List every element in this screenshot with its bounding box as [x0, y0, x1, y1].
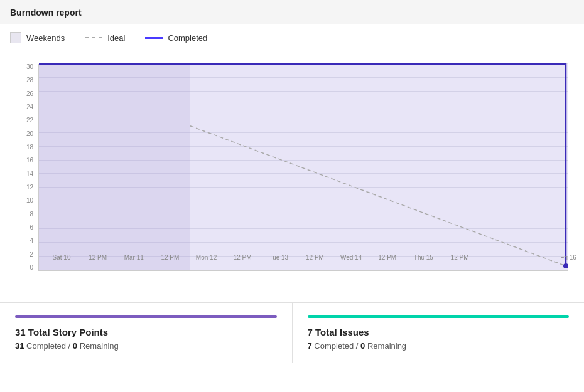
weekends-label: Weekends	[26, 33, 65, 43]
legend-weekends: Weekends	[10, 32, 65, 43]
issues-completed-value: 7	[308, 341, 312, 351]
chart-container: 0 2 4 6 8 10 12 14 16 18 20 22 24 26 28 …	[16, 64, 568, 290]
y-label-4: 4	[16, 238, 36, 244]
issues-detail: 7 Completed / 0 Remaining	[308, 341, 570, 351]
chart-legend: Weekends Ideal Completed	[0, 24, 584, 51]
ideal-label: Ideal	[107, 33, 125, 43]
y-label-24: 24	[16, 104, 36, 110]
issues-card: 7 Total Issues 7 Completed / 0 Remaining	[293, 303, 585, 363]
story-points-total-value: 31	[15, 327, 26, 337]
weekends-icon	[10, 32, 21, 43]
x-label-tue13: Tue 13	[269, 254, 288, 261]
y-label-10: 10	[16, 198, 36, 204]
story-points-title: 31 Total Story Points	[15, 327, 277, 337]
chart-area: 0 2 4 6 8 10 12 14 16 18 20 22 24 26 28 …	[0, 51, 584, 296]
legend-ideal: Ideal	[85, 33, 125, 43]
y-label-30: 30	[16, 64, 36, 70]
issues-total-value: 7	[308, 327, 313, 337]
report-title: Burndown report	[10, 8, 82, 18]
x-label-sat10: Sat 10	[53, 254, 71, 261]
x-label-mar11: Mar 11	[124, 254, 144, 261]
issues-remaining-value: 0	[360, 341, 365, 351]
legend-completed: Completed	[145, 33, 207, 43]
x-label-mon12: Mon 12	[196, 254, 217, 261]
story-points-remaining-value: 0	[73, 341, 77, 351]
y-label-12: 12	[16, 184, 36, 191]
issues-title: 7 Total Issues	[308, 327, 570, 337]
issues-remaining-label: Remaining	[367, 341, 406, 351]
ideal-line-icon	[85, 37, 102, 38]
summary-section: 31 Total Story Points 31 Completed / 0 R…	[0, 302, 584, 363]
y-label-18: 18	[16, 144, 36, 151]
chart-svg	[39, 64, 568, 270]
chart-plot-area: Sat 10 12 PM Mar 11 12 PM Mon 12 12 PM T…	[38, 64, 568, 271]
completed-label: Completed	[168, 33, 207, 43]
issues-total-label: Total Issues	[315, 327, 369, 337]
y-label-0: 0	[16, 265, 36, 271]
y-label-6: 6	[16, 225, 36, 231]
y-label-20: 20	[16, 131, 36, 137]
x-label-wed14: Wed 14	[340, 254, 362, 261]
x-axis: Sat 10 12 PM Mar 11 12 PM Mon 12 12 PM T…	[62, 252, 568, 270]
area-fill	[39, 64, 568, 270]
story-points-remaining-label: Remaining	[80, 341, 119, 351]
report-header: Burndown report	[0, 0, 584, 24]
y-label-2: 2	[16, 252, 36, 258]
burndown-report: Burndown report Weekends Ideal Completed…	[0, 0, 584, 363]
story-points-completed-label: Completed	[26, 341, 66, 351]
y-label-16: 16	[16, 157, 36, 164]
y-label-28: 28	[16, 77, 36, 83]
y-label-22: 22	[16, 117, 36, 124]
completed-line-icon	[145, 37, 163, 39]
y-axis: 0 2 4 6 8 10 12 14 16 18 20 22 24 26 28 …	[16, 64, 36, 271]
x-label-12pm-4: 12 PM	[306, 254, 324, 261]
x-label-12pm-3: 12 PM	[234, 254, 252, 261]
story-points-detail: 31 Completed / 0 Remaining	[15, 341, 277, 351]
issues-completed-label: Completed	[314, 341, 354, 351]
issues-bar	[308, 315, 570, 318]
y-label-26: 26	[16, 91, 36, 97]
story-points-card: 31 Total Story Points 31 Completed / 0 R…	[0, 303, 293, 363]
x-label-12pm-2: 12 PM	[161, 254, 179, 261]
x-label-12pm-6: 12 PM	[451, 254, 469, 261]
story-points-completed-value: 31	[15, 341, 24, 351]
x-label-12pm-1: 12 PM	[89, 254, 107, 261]
y-label-14: 14	[16, 171, 36, 177]
story-points-total-label: Total Story Points	[28, 327, 108, 337]
x-label-12pm-5: 12 PM	[378, 254, 396, 261]
x-label-thu15: Thu 15	[414, 254, 433, 261]
story-points-bar	[15, 315, 277, 318]
x-label-fri16: Fri 16	[560, 254, 576, 261]
y-label-8: 8	[16, 211, 36, 218]
